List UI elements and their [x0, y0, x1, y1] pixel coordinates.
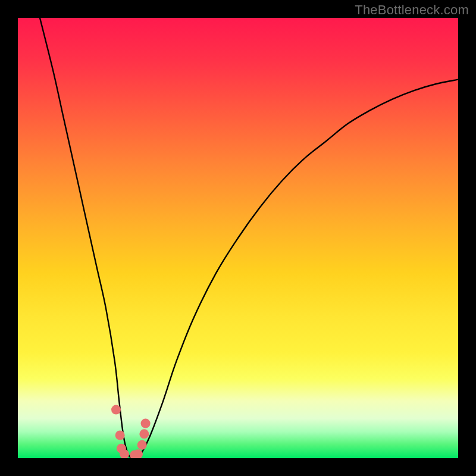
curve-marker: [117, 444, 126, 453]
curve-svg: [18, 18, 458, 458]
curve-marker: [115, 431, 125, 440]
curve-markers: [111, 405, 151, 458]
watermark-text: TheBottleneck.com: [355, 2, 469, 18]
curve-marker: [137, 440, 147, 450]
curve-marker: [130, 450, 139, 458]
curve-marker: [120, 449, 129, 458]
plot-area: [18, 18, 458, 458]
chart-frame: TheBottleneck.com: [0, 0, 476, 476]
curve-marker: [141, 419, 151, 428]
curve-marker: [139, 429, 149, 439]
bottleneck-curve: [40, 18, 458, 458]
curve-marker: [111, 405, 121, 415]
curve-marker: [133, 449, 143, 458]
